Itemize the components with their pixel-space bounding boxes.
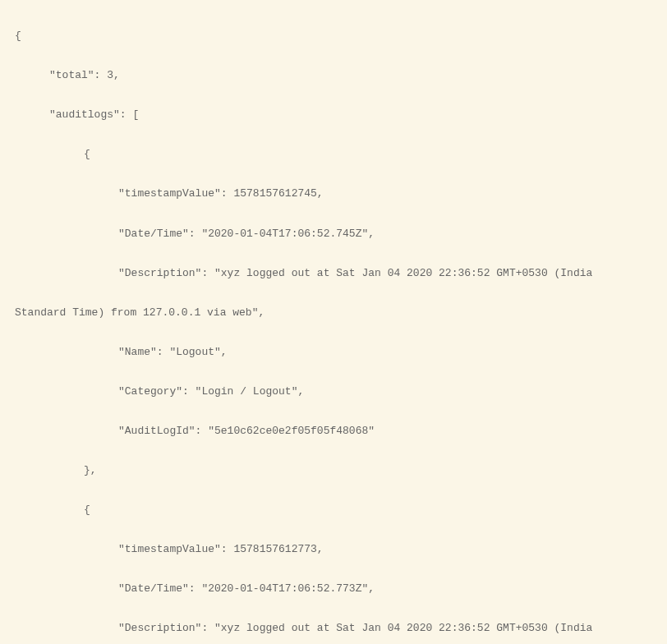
json-category: "Category": "Login / Logout",	[15, 382, 652, 402]
json-timestamp: "timestampValue": 1578157612773,	[15, 540, 652, 559]
json-description-wrap: Standard Time) from 127.0.0.1 via web",	[15, 303, 652, 323]
json-line: {	[15, 26, 652, 46]
json-name: "Name": "Logout",	[15, 343, 652, 362]
code-block: { "total": 3, "auditlogs": [ { "timestam…	[0, 0, 667, 644]
json-auditlogid: "AuditLogId": "5e10c62ce0e2f05f05f48068"	[15, 421, 652, 441]
json-description: "Description": "xyz logged out at Sat Ja…	[15, 619, 652, 638]
json-object-open: {	[15, 500, 652, 520]
json-timestamp: "timestampValue": 1578157612745,	[15, 184, 652, 204]
json-object-open: {	[15, 145, 652, 164]
json-object-close: },	[15, 461, 652, 481]
json-datetime: "Date/Time": "2020-01-04T17:06:52.745Z",	[15, 224, 652, 244]
json-auditlogs-open: "auditlogs": [	[15, 105, 652, 125]
json-datetime: "Date/Time": "2020-01-04T17:06:52.773Z",	[15, 579, 652, 599]
json-total: "total": 3,	[15, 66, 652, 85]
json-description: "Description": "xyz logged out at Sat Ja…	[15, 264, 652, 283]
